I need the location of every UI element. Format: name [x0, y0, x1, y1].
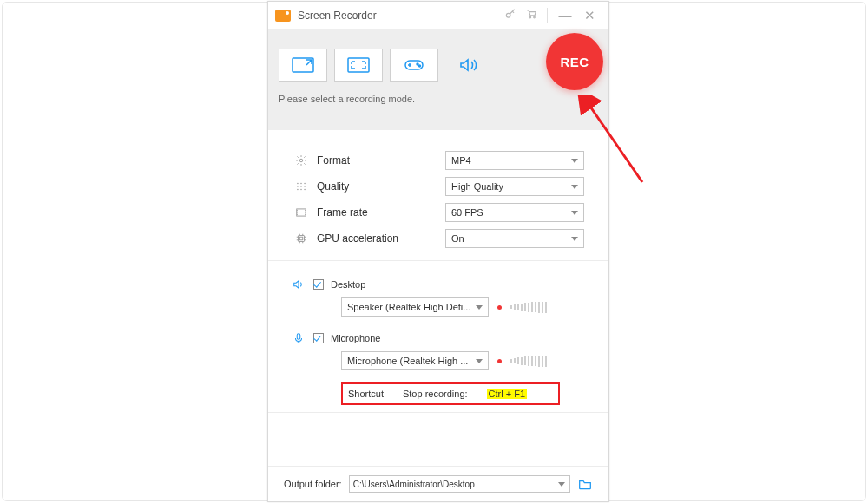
open-folder-button[interactable] [577, 478, 593, 490]
chip-icon [293, 232, 310, 245]
svg-point-6 [417, 63, 418, 65]
quality-label: Quality [310, 180, 445, 193]
desktop-device-select[interactable]: Speaker (Realtek High Defi... [341, 297, 489, 317]
mode-fullscreen-button[interactable] [334, 49, 383, 82]
format-select[interactable]: MP4 [445, 151, 584, 170]
format-label: Format [310, 154, 445, 167]
shortcut-action-label: Stop recording: [403, 389, 468, 399]
svg-rect-19 [299, 236, 305, 242]
svg-point-12 [297, 186, 299, 187]
svg-point-10 [300, 183, 302, 185]
app-title: Screen Recorder [298, 10, 377, 22]
fps-label: Frame rate [310, 206, 445, 219]
svg-point-8 [299, 159, 303, 162]
svg-point-11 [304, 183, 306, 185]
mode-game-button[interactable] [390, 49, 438, 82]
filmstrip-icon [293, 206, 310, 219]
rec-indicator-dot [497, 359, 502, 363]
svg-point-9 [297, 183, 299, 185]
svg-point-14 [304, 186, 306, 187]
svg-point-15 [297, 189, 299, 191]
microphone-icon [293, 332, 306, 344]
mic-audio-checkbox[interactable] [313, 333, 324, 343]
svg-point-2 [534, 16, 536, 18]
close-button[interactable]: ✕ [577, 8, 602, 23]
rec-indicator-dot [497, 305, 502, 310]
quality-select[interactable]: High Quality [445, 177, 584, 196]
svg-rect-21 [297, 334, 300, 339]
svg-rect-20 [299, 237, 303, 240]
gpu-label: GPU acceleration [310, 232, 445, 245]
footer: Output folder: C:\Users\Administrator\De… [268, 466, 608, 501]
app-icon [275, 10, 291, 22]
output-folder-label: Output folder: [284, 479, 342, 489]
gpu-select[interactable]: On [445, 229, 584, 248]
svg-point-0 [506, 13, 510, 17]
svg-point-16 [300, 189, 302, 191]
title-bar: Screen Recorder — ✕ [268, 2, 608, 29]
mode-hint: Please select a recording mode. [279, 94, 598, 104]
mode-strip: REC Please select a recording mode. [268, 29, 608, 130]
speaker-icon [293, 278, 306, 291]
gear-icon [293, 154, 310, 167]
svg-point-7 [419, 65, 421, 67]
shortcut-keys: Ctrl + F1 [487, 389, 527, 399]
key-icon[interactable] [500, 8, 521, 23]
shortcut-label: Shortcut [348, 389, 384, 399]
grid-icon [293, 180, 310, 193]
screen-recorder-window: Screen Recorder — ✕ REC Plea [267, 1, 609, 502]
mic-audio-label: Microphone [331, 333, 380, 343]
output-folder-select[interactable]: C:\Users\Administrator\Desktop [349, 475, 570, 493]
svg-point-13 [300, 186, 302, 187]
mode-region-button[interactable] [279, 49, 327, 82]
svg-point-17 [304, 189, 306, 191]
desktop-vu-meter [510, 301, 547, 313]
shortcut-callout: Shortcut Stop recording: Ctrl + F1 [341, 382, 560, 405]
minimize-button[interactable]: — [553, 8, 577, 23]
fps-select[interactable]: 60 FPS [445, 203, 584, 222]
audio-pane: Desktop Speaker (Realtek High Defi... Mi… [268, 261, 608, 413]
svg-rect-18 [297, 209, 306, 216]
svg-point-1 [529, 16, 531, 18]
record-button[interactable]: REC [546, 33, 603, 90]
mic-vu-meter [510, 355, 547, 367]
desktop-audio-checkbox[interactable] [313, 279, 324, 290]
cart-icon[interactable] [521, 8, 542, 23]
desktop-audio-label: Desktop [331, 279, 365, 290]
mic-device-select[interactable]: Microphone (Realtek High ... [341, 351, 489, 370]
mode-audio-button[interactable] [445, 49, 494, 82]
svg-rect-4 [348, 58, 369, 72]
settings-pane: Format MP4 Quality High Quality Frame ra… [268, 130, 608, 261]
